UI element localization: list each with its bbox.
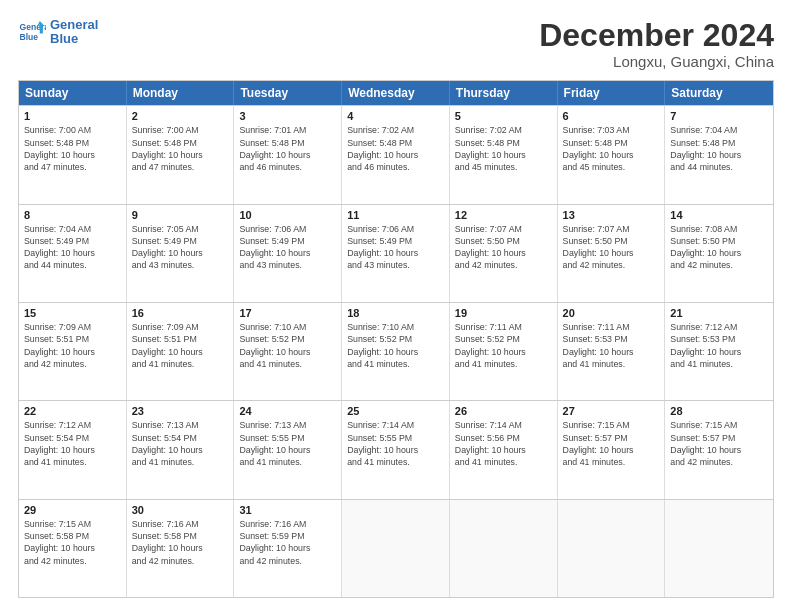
cell-date: 29 xyxy=(24,504,121,516)
cell-info: Sunrise: 7:06 AM Sunset: 5:49 PM Dayligh… xyxy=(347,223,444,272)
logo-text-general: General xyxy=(50,18,98,32)
calendar-cell: 3Sunrise: 7:01 AM Sunset: 5:48 PM Daylig… xyxy=(234,106,342,203)
cell-date: 6 xyxy=(563,110,660,122)
calendar-cell: 24Sunrise: 7:13 AM Sunset: 5:55 PM Dayli… xyxy=(234,401,342,498)
cell-date: 26 xyxy=(455,405,552,417)
calendar: SundayMondayTuesdayWednesdayThursdayFrid… xyxy=(18,80,774,598)
calendar-cell: 1Sunrise: 7:00 AM Sunset: 5:48 PM Daylig… xyxy=(19,106,127,203)
calendar-cell: 28Sunrise: 7:15 AM Sunset: 5:57 PM Dayli… xyxy=(665,401,773,498)
cell-info: Sunrise: 7:15 AM Sunset: 5:57 PM Dayligh… xyxy=(563,419,660,468)
calendar-cell: 18Sunrise: 7:10 AM Sunset: 5:52 PM Dayli… xyxy=(342,303,450,400)
cell-info: Sunrise: 7:10 AM Sunset: 5:52 PM Dayligh… xyxy=(347,321,444,370)
calendar-cell: 12Sunrise: 7:07 AM Sunset: 5:50 PM Dayli… xyxy=(450,205,558,302)
calendar-cell: 16Sunrise: 7:09 AM Sunset: 5:51 PM Dayli… xyxy=(127,303,235,400)
calendar-cell: 31Sunrise: 7:16 AM Sunset: 5:59 PM Dayli… xyxy=(234,500,342,597)
cell-date: 15 xyxy=(24,307,121,319)
cell-date: 21 xyxy=(670,307,768,319)
calendar-row: 15Sunrise: 7:09 AM Sunset: 5:51 PM Dayli… xyxy=(19,302,773,400)
cell-info: Sunrise: 7:10 AM Sunset: 5:52 PM Dayligh… xyxy=(239,321,336,370)
cell-info: Sunrise: 7:13 AM Sunset: 5:55 PM Dayligh… xyxy=(239,419,336,468)
cell-info: Sunrise: 7:15 AM Sunset: 5:57 PM Dayligh… xyxy=(670,419,768,468)
calendar-cell: 23Sunrise: 7:13 AM Sunset: 5:54 PM Dayli… xyxy=(127,401,235,498)
cell-date: 22 xyxy=(24,405,121,417)
svg-text:Blue: Blue xyxy=(20,32,39,42)
cell-date: 27 xyxy=(563,405,660,417)
calendar-cell: 19Sunrise: 7:11 AM Sunset: 5:52 PM Dayli… xyxy=(450,303,558,400)
weekday-header: Friday xyxy=(558,81,666,105)
calendar-row: 1Sunrise: 7:00 AM Sunset: 5:48 PM Daylig… xyxy=(19,105,773,203)
cell-info: Sunrise: 7:02 AM Sunset: 5:48 PM Dayligh… xyxy=(455,124,552,173)
cell-info: Sunrise: 7:13 AM Sunset: 5:54 PM Dayligh… xyxy=(132,419,229,468)
calendar-cell xyxy=(558,500,666,597)
cell-info: Sunrise: 7:03 AM Sunset: 5:48 PM Dayligh… xyxy=(563,124,660,173)
cell-info: Sunrise: 7:14 AM Sunset: 5:56 PM Dayligh… xyxy=(455,419,552,468)
logo: General Blue General Blue xyxy=(18,18,98,47)
cell-date: 11 xyxy=(347,209,444,221)
calendar-cell: 13Sunrise: 7:07 AM Sunset: 5:50 PM Dayli… xyxy=(558,205,666,302)
title-block: December 2024 Longxu, Guangxi, China xyxy=(539,18,774,70)
weekday-header: Sunday xyxy=(19,81,127,105)
cell-date: 20 xyxy=(563,307,660,319)
calendar-cell: 25Sunrise: 7:14 AM Sunset: 5:55 PM Dayli… xyxy=(342,401,450,498)
cell-info: Sunrise: 7:08 AM Sunset: 5:50 PM Dayligh… xyxy=(670,223,768,272)
calendar-row: 8Sunrise: 7:04 AM Sunset: 5:49 PM Daylig… xyxy=(19,204,773,302)
cell-info: Sunrise: 7:16 AM Sunset: 5:58 PM Dayligh… xyxy=(132,518,229,567)
cell-date: 2 xyxy=(132,110,229,122)
calendar-cell: 29Sunrise: 7:15 AM Sunset: 5:58 PM Dayli… xyxy=(19,500,127,597)
calendar-header: SundayMondayTuesdayWednesdayThursdayFrid… xyxy=(19,81,773,105)
cell-date: 31 xyxy=(239,504,336,516)
cell-date: 18 xyxy=(347,307,444,319)
cell-info: Sunrise: 7:01 AM Sunset: 5:48 PM Dayligh… xyxy=(239,124,336,173)
page: General Blue General Blue December 2024 … xyxy=(0,0,792,612)
cell-date: 8 xyxy=(24,209,121,221)
calendar-title: December 2024 xyxy=(539,18,774,53)
cell-date: 5 xyxy=(455,110,552,122)
cell-info: Sunrise: 7:02 AM Sunset: 5:48 PM Dayligh… xyxy=(347,124,444,173)
calendar-cell: 17Sunrise: 7:10 AM Sunset: 5:52 PM Dayli… xyxy=(234,303,342,400)
cell-info: Sunrise: 7:07 AM Sunset: 5:50 PM Dayligh… xyxy=(563,223,660,272)
weekday-header: Wednesday xyxy=(342,81,450,105)
cell-date: 17 xyxy=(239,307,336,319)
calendar-cell: 9Sunrise: 7:05 AM Sunset: 5:49 PM Daylig… xyxy=(127,205,235,302)
cell-info: Sunrise: 7:15 AM Sunset: 5:58 PM Dayligh… xyxy=(24,518,121,567)
calendar-cell: 7Sunrise: 7:04 AM Sunset: 5:48 PM Daylig… xyxy=(665,106,773,203)
calendar-cell xyxy=(665,500,773,597)
calendar-cell: 14Sunrise: 7:08 AM Sunset: 5:50 PM Dayli… xyxy=(665,205,773,302)
cell-date: 23 xyxy=(132,405,229,417)
cell-info: Sunrise: 7:11 AM Sunset: 5:52 PM Dayligh… xyxy=(455,321,552,370)
calendar-row: 22Sunrise: 7:12 AM Sunset: 5:54 PM Dayli… xyxy=(19,400,773,498)
cell-date: 13 xyxy=(563,209,660,221)
cell-info: Sunrise: 7:04 AM Sunset: 5:48 PM Dayligh… xyxy=(670,124,768,173)
header: General Blue General Blue December 2024 … xyxy=(18,18,774,70)
cell-info: Sunrise: 7:04 AM Sunset: 5:49 PM Dayligh… xyxy=(24,223,121,272)
calendar-cell: 6Sunrise: 7:03 AM Sunset: 5:48 PM Daylig… xyxy=(558,106,666,203)
cell-date: 25 xyxy=(347,405,444,417)
calendar-cell: 26Sunrise: 7:14 AM Sunset: 5:56 PM Dayli… xyxy=(450,401,558,498)
calendar-cell: 30Sunrise: 7:16 AM Sunset: 5:58 PM Dayli… xyxy=(127,500,235,597)
calendar-cell xyxy=(342,500,450,597)
cell-info: Sunrise: 7:00 AM Sunset: 5:48 PM Dayligh… xyxy=(24,124,121,173)
cell-date: 9 xyxy=(132,209,229,221)
calendar-cell xyxy=(450,500,558,597)
cell-date: 28 xyxy=(670,405,768,417)
calendar-cell: 8Sunrise: 7:04 AM Sunset: 5:49 PM Daylig… xyxy=(19,205,127,302)
cell-info: Sunrise: 7:05 AM Sunset: 5:49 PM Dayligh… xyxy=(132,223,229,272)
calendar-cell: 22Sunrise: 7:12 AM Sunset: 5:54 PM Dayli… xyxy=(19,401,127,498)
calendar-cell: 21Sunrise: 7:12 AM Sunset: 5:53 PM Dayli… xyxy=(665,303,773,400)
cell-info: Sunrise: 7:09 AM Sunset: 5:51 PM Dayligh… xyxy=(24,321,121,370)
cell-info: Sunrise: 7:09 AM Sunset: 5:51 PM Dayligh… xyxy=(132,321,229,370)
calendar-subtitle: Longxu, Guangxi, China xyxy=(539,53,774,70)
cell-date: 24 xyxy=(239,405,336,417)
cell-date: 30 xyxy=(132,504,229,516)
cell-info: Sunrise: 7:07 AM Sunset: 5:50 PM Dayligh… xyxy=(455,223,552,272)
cell-date: 4 xyxy=(347,110,444,122)
weekday-header: Monday xyxy=(127,81,235,105)
weekday-header: Saturday xyxy=(665,81,773,105)
cell-date: 10 xyxy=(239,209,336,221)
cell-date: 1 xyxy=(24,110,121,122)
logo-text-blue: Blue xyxy=(50,32,98,46)
calendar-cell: 4Sunrise: 7:02 AM Sunset: 5:48 PM Daylig… xyxy=(342,106,450,203)
cell-info: Sunrise: 7:12 AM Sunset: 5:53 PM Dayligh… xyxy=(670,321,768,370)
weekday-header: Tuesday xyxy=(234,81,342,105)
cell-info: Sunrise: 7:14 AM Sunset: 5:55 PM Dayligh… xyxy=(347,419,444,468)
